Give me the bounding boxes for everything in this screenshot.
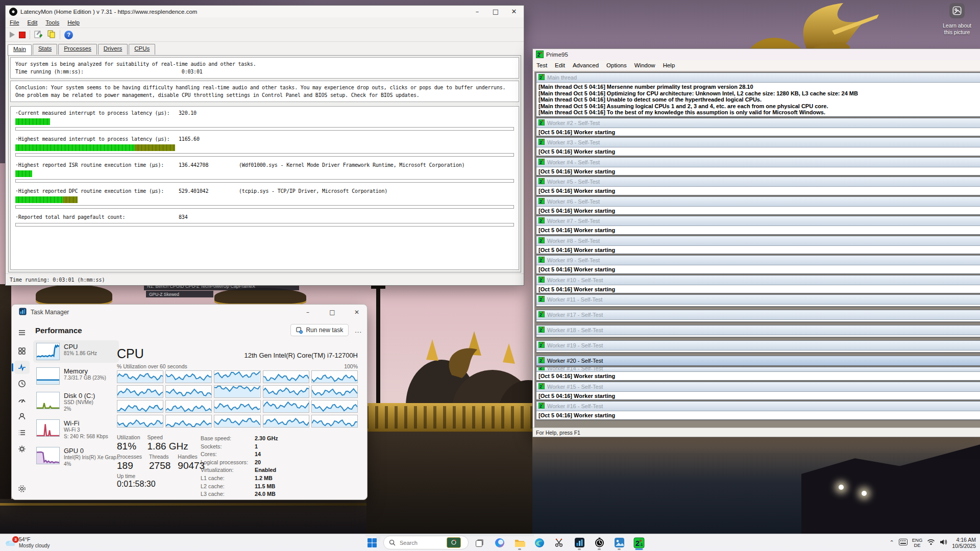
stop-monitor-icon[interactable] [19,32,26,38]
taskbar-search[interactable] [383,536,469,549]
rail-item-services[interactable] [14,442,30,456]
tab-stats[interactable]: Stats [33,44,57,55]
copy-report-icon[interactable] [47,30,56,40]
sidebar-item-gpu-0[interactable]: GPU 0Intel(R) Iris(R) Xe Grap...4% [33,444,119,470]
rail-item-details[interactable] [14,426,30,439]
search-daily-icon[interactable] [447,537,461,548]
touch-keyboard-icon[interactable] [899,538,908,547]
menu-item-file[interactable]: File [10,19,19,26]
child-window-titlebar[interactable]: 2PWorker #8 - Self-Test [536,236,980,246]
menu-item-edit[interactable]: Edit [28,19,38,26]
rail-item-users[interactable] [14,410,30,423]
clock-widget[interactable]: 4:16 AM 10/5/2025 [952,537,976,549]
child-window-titlebar[interactable]: 2PWorker #9 - Self-Test [536,256,980,265]
maximize-icon[interactable]: □ [322,305,342,319]
rail-item-performance[interactable] [14,361,30,374]
child-window-titlebar[interactable]: 2PWorker #15 - Self-Test [536,382,980,392]
child-window-titlebar[interactable]: 2PWorker #7 - Self-Test [536,216,980,226]
language-switcher[interactable]: ENG DE [912,538,923,548]
menu-item-help[interactable]: Help [67,19,80,26]
taskbar-app-snipping-tool[interactable] [551,535,568,550]
tab-cpus[interactable]: CPUs [129,44,155,55]
close-icon[interactable]: ✕ [347,305,367,319]
search-input[interactable] [399,539,444,546]
options-tool-icon[interactable] [34,30,43,40]
prime95-child-worker-9-self-test[interactable]: 2PWorker #9 - Self-Test[Oct 5 04:16] Wor… [536,255,980,274]
tab-main[interactable]: Main [8,44,32,56]
rail-item-processes[interactable] [14,344,30,358]
child-window-titlebar[interactable]: 2PWorker #3 - Self-Test [536,138,980,147]
taskbar-app-copilot[interactable] [491,535,508,550]
child-window-titlebar[interactable]: 2PWorker #16 - Self-Test [536,402,980,411]
taskbar-app-task-manager[interactable] [571,535,588,550]
taskbar-app-latencymon[interactable] [591,535,608,550]
child-window-titlebar[interactable]: 2PWorker #18 - Self-Test [536,325,980,335]
child-window-titlebar[interactable]: 2PWorker #11 - Self-Test [536,295,980,305]
prime95-child-worker-11-self-test[interactable]: 2PWorker #11 - Self-Test [536,294,980,307]
taskbar-app-prime95[interactable]: 2P-1 [630,535,648,550]
rail-item-startup-apps[interactable] [14,393,30,407]
rail-item-settings[interactable] [14,482,30,495]
menu-item-advanced[interactable]: Advanced [573,62,599,68]
minimize-icon[interactable]: – [298,305,318,319]
child-window-titlebar[interactable]: 2PWorker #10 - Self-Test [536,276,980,285]
taskbar-app-photos[interactable] [610,535,628,550]
prime95-child-main-thread[interactable]: 2PMain thread[Main thread Oct 5 04:16] M… [536,72,980,117]
taskbar-app-start[interactable] [363,535,381,550]
child-window-titlebar[interactable]: 2PWorker #14 - Self-Test [536,367,980,372]
child-window-titlebar[interactable]: 2PWorker #6 - Self-Test [536,197,980,207]
prime95-child-worker-18-self-test[interactable]: 2PWorker #18 - Self-Test [536,325,980,337]
run-new-task-button[interactable]: Run new task [290,324,349,336]
menu-item-edit[interactable]: Edit [555,62,565,68]
prime95-child-worker-4-self-test[interactable]: 2PWorker #4 - Self-Test[Oct 5 04:16] Wor… [536,157,980,176]
sidebar-item-disk-0-c-[interactable]: Disk 0 (C:)SSD (NVMe)2% [33,389,119,415]
rail-item-app-history[interactable] [14,377,30,390]
prime95-child-worker-5-self-test[interactable]: 2PWorker #5 - Self-Test[Oct 5 04:16] Wor… [536,177,980,195]
child-window-titlebar[interactable]: 2PWorker #17 - Self-Test [536,310,980,320]
volume-icon[interactable] [940,538,947,547]
prime95-child-worker-2-self-test[interactable]: 2PWorker #2 - Self-Test[Oct 5 04:16] Wor… [536,118,980,137]
prime95-child-worker-6-self-test[interactable]: 2PWorker #6 - Self-Test[Oct 5 04:16] Wor… [536,196,980,215]
help-icon[interactable]: ? [64,31,73,39]
prime95-child-worker-7-self-test[interactable]: 2PWorker #7 - Self-Test[Oct 5 04:16] Wor… [536,216,980,235]
tab-drivers[interactable]: Drivers [98,44,128,55]
menu-item-tools[interactable]: Tools [45,19,59,26]
prime95-child-worker-17-self-test[interactable]: 2PWorker #17 - Self-Test [536,310,980,322]
prime95-child-worker-16-self-test[interactable]: 2PWorker #16 - Self-Test[Oct 5 04:16] Wo… [536,401,980,420]
child-window-titlebar[interactable]: 2PWorker #5 - Self-Test [536,177,980,187]
rail-item-menu[interactable] [14,326,30,339]
wifi-icon[interactable] [927,538,935,547]
sidebar-item-wi-fi[interactable]: Wi-FiWi-Fi 3S: 240 R: 568 Kbps [33,417,119,442]
background-window-fragment-2[interactable]: GPU-Z Skewed [146,291,213,297]
more-options-button[interactable]: ... [355,327,362,334]
taskbar-app-task-view[interactable] [471,535,488,550]
sidebar-item-memory[interactable]: Memory7.3/31.7 GB (23%) [33,365,119,387]
prime95-child-worker-14-self-test[interactable]: 2PWorker #14 - Self-Test[Oct 5 04:16] Wo… [536,367,980,381]
prime95-child-worker-10-self-test[interactable]: 2PWorker #10 - Self-Test[Oct 5 04:16] Wo… [536,275,980,294]
sidebar-item-cpu[interactable]: CPU81% 1.86 GHz [33,340,119,363]
taskbar-app-file-explorer[interactable] [511,535,528,550]
child-window-titlebar[interactable]: 2PWorker #19 - Self-Test [536,341,980,350]
close-icon[interactable]: ✕ [506,6,522,17]
child-window-titlebar[interactable]: 2PWorker #4 - Self-Test [536,158,980,167]
child-window-titlebar[interactable]: 2PWorker #2 - Self-Test [536,118,980,128]
prime95-child-worker-3-self-test[interactable]: 2PWorker #3 - Self-Test[Oct 5 04:16] Wor… [536,137,980,156]
prime95-child-worker-19-self-test[interactable]: 2PWorker #19 - Self-Test [536,340,980,353]
minimize-icon[interactable]: – [470,6,485,17]
child-window-titlebar[interactable]: 2PMain thread [536,73,980,83]
taskbar-app-edge[interactable] [531,535,548,550]
task-manager-titlebar[interactable]: Task Manager – □ ✕ [12,305,367,320]
weather-widget[interactable]: 3 54°F Mostly cloudy [4,535,50,550]
spotlight-picture-icon[interactable] [949,3,965,18]
maximize-icon[interactable]: □ [488,6,503,17]
prime95-child-worker-20-self-test[interactable]: 2PWorker #20 - Self-Test [536,356,980,366]
menu-item-options[interactable]: Options [606,62,627,68]
menu-item-window[interactable]: Window [634,62,655,68]
start-monitor-icon[interactable] [10,32,15,38]
latencymon-titlebar[interactable]: LatencyMon (Home Edition ) v 7.31 - http… [6,6,524,17]
child-window-titlebar[interactable]: 2PWorker #20 - Self-Test [536,356,980,365]
prime95-child-worker-8-self-test[interactable]: 2PWorker #8 - Self-Test[Oct 5 04:16] Wor… [536,236,980,255]
menu-item-test[interactable]: Test [536,62,547,68]
prime95-titlebar[interactable]: 2P Prime95 [533,49,980,60]
prime95-child-worker-15-self-test[interactable]: 2PWorker #15 - Self-Test[Oct 5 04:16] Wo… [536,382,980,400]
